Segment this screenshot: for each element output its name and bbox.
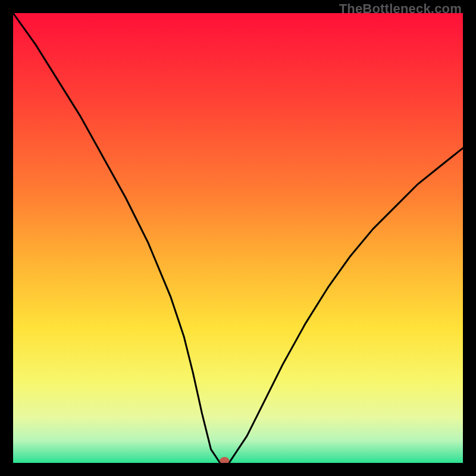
watermark-text: TheBottleneck.com [339, 1, 462, 17]
chart-frame: TheBottleneck.com [0, 0, 476, 476]
gradient-background [13, 13, 463, 463]
plot-area [13, 13, 463, 463]
chart-svg [13, 13, 463, 463]
